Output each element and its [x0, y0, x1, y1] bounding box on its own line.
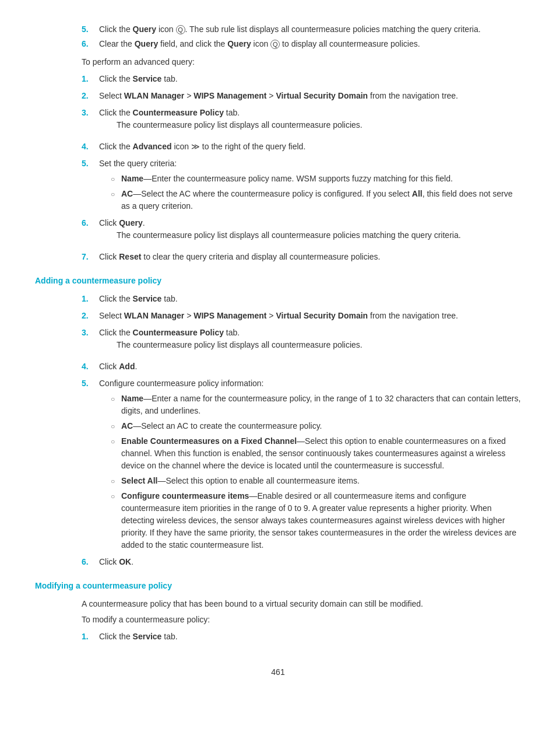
adv-step-num-5: 5. [82, 158, 99, 170]
adv-step-3-note: The countermeasure policy list displays … [117, 119, 521, 131]
step-num-5: 5. [82, 23, 99, 36]
adv-sub-ac: ○ AC—Select the AC where the countermeas… [111, 188, 521, 212]
add-step-num-1: 1. [82, 293, 99, 305]
step-content-6: Clear the Query field, and click the Que… [99, 38, 521, 50]
bullet-icon: ○ [111, 173, 121, 184]
bullet-icon: ○ [111, 490, 121, 502]
add-step-2: 2. Select WLAN Manager > WIPS Management… [82, 310, 521, 322]
adv-step-6: 6. Click Query. The countermeasure polic… [82, 217, 521, 246]
add-step-5: 5. Configure countermeasure policy infor… [82, 377, 521, 551]
mod-step-num-1: 1. [82, 631, 99, 643]
adv-step-2: 2. Select WLAN Manager > WIPS Management… [82, 90, 521, 102]
bullet-icon: ○ [111, 188, 121, 200]
add-sub-configure-items: ○ Configure countermeasure items—Enable … [111, 490, 521, 551]
adv-step-num-4: 4. [82, 141, 99, 153]
mod-step-1: 1. Click the Service tab. [82, 631, 521, 643]
add-step-num-5: 5. [82, 377, 99, 390]
add-step-3-note: The countermeasure policy list displays … [117, 339, 521, 351]
modifying-heading: Modifying a countermeasure policy [35, 580, 521, 592]
adv-step-num-2: 2. [82, 90, 99, 102]
adding-section: Adding a countermeasure policy 1. Click … [35, 275, 521, 568]
adv-step-6-note: The countermeasure policy list displays … [117, 229, 521, 242]
modifying-intro-2: To modify a countermeasure policy: [82, 614, 521, 626]
advanced-query-intro: To perform an advanced query: [82, 56, 521, 68]
step-content-5: Click the Query icon Q. The sub rule lis… [99, 23, 521, 36]
add-sub-ac: ○ AC—Select an AC to create the counterm… [111, 420, 521, 432]
add-step-6: 6. Click OK. [82, 556, 521, 568]
adv-step-7: 7. Click Reset to clear the query criter… [82, 251, 521, 263]
bullet-icon: ○ [111, 435, 121, 447]
add-step-num-3: 3. [82, 327, 99, 339]
bullet-icon: ○ [111, 393, 121, 404]
modifying-intro-1: A countermeasure policy that has been bo… [82, 598, 521, 610]
add-sub-select-all: ○ Select All—Select this option to enabl… [111, 475, 521, 487]
step-6-intro: 6. Clear the Query field, and click the … [82, 38, 521, 50]
adv-sub-name: ○ Name—Enter the countermeasure policy n… [111, 173, 521, 185]
add-step-num-2: 2. [82, 310, 99, 322]
adv-step-5: 5. Set the query criteria: ○ Name—Enter … [82, 158, 521, 212]
add-sub-name: ○ Name—Enter a name for the countermeasu… [111, 393, 521, 417]
bullet-icon: ○ [111, 420, 121, 432]
adv-step-3: 3. Click the Countermeasure Policy tab. … [82, 107, 521, 136]
page-content: 5. Click the Query icon Q. The sub rule … [35, 23, 521, 678]
adding-heading: Adding a countermeasure policy [35, 275, 521, 287]
adv-step-num-1: 1. [82, 73, 99, 85]
page-number: 461 [35, 666, 521, 678]
modifying-section: Modifying a countermeasure policy A coun… [35, 580, 521, 643]
add-step-1: 1. Click the Service tab. [82, 293, 521, 305]
step-5-intro: 5. Click the Query icon Q. The sub rule … [82, 23, 521, 36]
add-step-num-6: 6. [82, 556, 99, 568]
step-num-6: 6. [82, 38, 99, 50]
bullet-icon: ○ [111, 475, 121, 487]
adv-step-4: 4. Click the Advanced icon ≫ to the righ… [82, 141, 521, 153]
add-step-num-4: 4. [82, 360, 99, 373]
adv-step-num-6: 6. [82, 217, 99, 229]
add-step-4: 4. Click Add. [82, 360, 521, 373]
adv-step-num-7: 7. [82, 251, 99, 263]
adv-step-1: 1. Click the Service tab. [82, 73, 521, 85]
add-sub-fixed-channel: ○ Enable Countermeasures on a Fixed Chan… [111, 435, 521, 472]
add-step-3: 3. Click the Countermeasure Policy tab. … [82, 327, 521, 356]
adv-step-num-3: 3. [82, 107, 99, 119]
